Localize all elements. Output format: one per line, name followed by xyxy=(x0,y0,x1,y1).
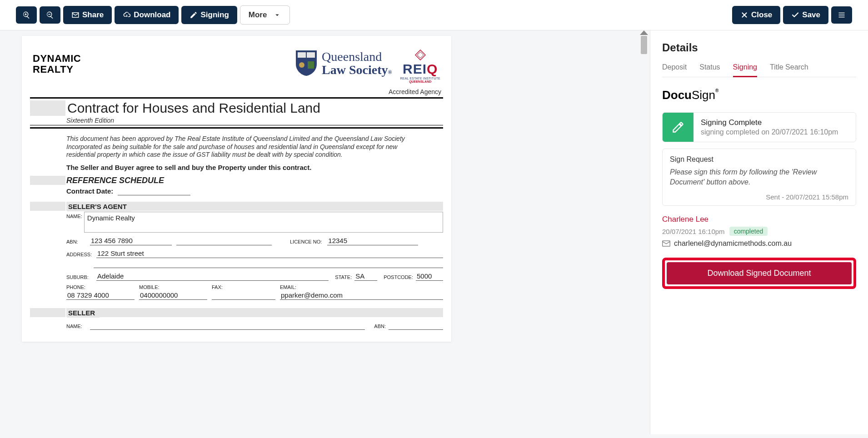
brand-logo: DYNAMIC REALTY xyxy=(33,53,81,75)
mail-icon xyxy=(662,240,670,247)
sellers-agent-band: SELLER'S AGENT xyxy=(30,202,443,211)
abn-field-2[interactable] xyxy=(176,236,272,245)
contact-row: PHONE: 08 7329 4000 MOBILE: 0400000000 F… xyxy=(66,284,443,300)
scroll-up-arrow[interactable] xyxy=(640,30,648,35)
save-label: Save xyxy=(802,10,820,20)
address-row-2 xyxy=(66,259,443,268)
svg-rect-1 xyxy=(307,52,315,58)
qls-text: Queensland Law Society® xyxy=(322,50,392,77)
agent-name-row: NAME: Dynamic Realty xyxy=(66,212,443,233)
menu-button[interactable] xyxy=(831,6,852,24)
contract-date-label: Contract Date: xyxy=(66,187,113,195)
zoom-out-icon xyxy=(46,11,54,19)
reference-schedule-title: REFERENCE SCHEDULE xyxy=(66,176,164,185)
mobile-field[interactable]: 0400000000 xyxy=(139,291,207,300)
pen-icon xyxy=(190,11,198,19)
tab-signing[interactable]: Signing xyxy=(733,63,757,77)
status-body: Signing Complete signing completed on 20… xyxy=(693,113,845,142)
contract-date-field[interactable] xyxy=(118,187,190,195)
qls-line1: Queensland xyxy=(322,50,392,63)
download-highlight: Download Signed Document xyxy=(662,258,856,289)
brand-line2: REALTY xyxy=(33,64,81,75)
download-signed-button[interactable]: Download Signed Document xyxy=(667,262,852,284)
suburb-field[interactable]: Adelaide xyxy=(96,272,329,281)
suburb-row: SUBURB: Adelaide STATE: SA POSTCODE: 500… xyxy=(66,272,443,281)
zoom-out-button[interactable] xyxy=(40,6,60,24)
name-label: NAME: xyxy=(66,212,82,219)
mail-icon xyxy=(71,11,80,19)
abn-field[interactable]: 123 456 7890 xyxy=(90,236,172,245)
state-label: STATE: xyxy=(335,274,352,281)
signer-email: charlenel@dynamicmethods.com.au xyxy=(674,239,792,248)
abn-label: ABN: xyxy=(66,239,87,245)
zoom-in-icon xyxy=(22,11,30,19)
email-field[interactable]: pparker@demo.com xyxy=(280,291,443,300)
tab-deposit[interactable]: Deposit xyxy=(662,63,687,77)
zoom-in-button[interactable] xyxy=(16,6,37,24)
close-icon xyxy=(740,11,748,19)
rule xyxy=(30,127,443,129)
reiq-letters: REIQ xyxy=(403,61,438,76)
address-label: ADDRESS: xyxy=(66,252,94,258)
accredited-text: Accredited Agency xyxy=(30,88,443,95)
check-icon xyxy=(791,11,799,19)
email-label: EMAIL: xyxy=(280,284,440,291)
signer-status-badge: completed xyxy=(729,227,768,236)
request-message: Please sign this form by following the '… xyxy=(670,167,848,187)
more-button[interactable]: More xyxy=(240,5,290,25)
toolbar-left: Share Download Signing More xyxy=(16,5,290,25)
contract-date-row: Contract Date: xyxy=(66,187,443,195)
address-row: ADDRESS: 122 Sturt street xyxy=(66,249,443,258)
tab-status[interactable]: Status xyxy=(699,63,720,77)
details-panel: Details Deposit Status Signing Title Sea… xyxy=(650,30,868,434)
status-detail: signing completed on 20/07/2021 16:10pm xyxy=(701,128,838,136)
main-area: DYNAMIC REALTY Queensland Law Society® xyxy=(0,30,868,434)
suburb-label: SUBURB: xyxy=(66,274,94,281)
title-row: Contract for Houses and Residential Land xyxy=(30,100,443,116)
phone-field[interactable]: 08 7329 4000 xyxy=(66,291,135,300)
fax-field[interactable] xyxy=(212,291,275,300)
document-page: DYNAMIC REALTY Queensland Law Society® xyxy=(22,36,451,342)
signing-button[interactable]: Signing xyxy=(181,6,237,24)
brand-line1: DYNAMIC xyxy=(33,53,81,64)
section-gutter xyxy=(30,202,65,211)
tab-title-search[interactable]: Title Search xyxy=(770,63,808,77)
signer-email-row: charlenel@dynamicmethods.com.au xyxy=(662,239,856,248)
qls-logo: Queensland Law Society® xyxy=(294,50,392,77)
seller-name-field[interactable] xyxy=(90,321,365,330)
document-title: Contract for Houses and Residential Land xyxy=(66,100,320,116)
licence-label: LICENCE NO: xyxy=(290,239,322,245)
share-button[interactable]: Share xyxy=(63,6,112,24)
diamond-icon xyxy=(415,50,426,60)
tabs: Deposit Status Signing Title Search xyxy=(662,63,856,77)
address-field[interactable]: 122 Sturt street xyxy=(96,249,443,258)
save-button[interactable]: Save xyxy=(783,6,828,24)
state-field[interactable]: SA xyxy=(354,272,377,281)
gray-band: SELLER'S AGENT xyxy=(66,202,443,211)
abn-licence-row: ABN: 123 456 7890 LICENCE NO: 12345 xyxy=(66,236,443,245)
licence-field[interactable]: 12345 xyxy=(327,236,418,245)
phone-label: PHONE: xyxy=(66,284,132,291)
document-viewer[interactable]: DYNAMIC REALTY Queensland Law Society® xyxy=(0,30,650,434)
download-label: Download xyxy=(134,10,170,20)
scrollbar-thumb[interactable] xyxy=(641,36,647,54)
close-label: Close xyxy=(751,10,772,20)
request-sent: Sent - 20/07/2021 15:58pm xyxy=(670,193,848,201)
shield-icon xyxy=(294,50,318,77)
rule xyxy=(30,97,443,99)
request-card: Sign Request Please sign this form by fo… xyxy=(662,149,856,206)
address-field-2[interactable] xyxy=(94,259,443,268)
request-heading: Sign Request xyxy=(670,155,848,164)
logo-row: DYNAMIC REALTY Queensland Law Society® xyxy=(30,50,443,84)
download-button[interactable]: Download xyxy=(115,6,179,24)
postcode-field[interactable]: 5000 xyxy=(416,272,443,281)
title-gutter xyxy=(30,100,65,116)
close-button[interactable]: Close xyxy=(732,6,780,24)
reiq-sub1: REAL ESTATE INSTITUTE xyxy=(400,77,440,80)
status-heading: Signing Complete xyxy=(701,118,838,127)
seller-name-row: NAME: ABN: xyxy=(66,321,443,330)
agent-name-field[interactable]: Dynamic Realty xyxy=(84,212,443,233)
section-gutter xyxy=(30,176,65,185)
seller-abn-field[interactable] xyxy=(389,321,443,330)
gray-band: SELLER xyxy=(66,308,443,317)
